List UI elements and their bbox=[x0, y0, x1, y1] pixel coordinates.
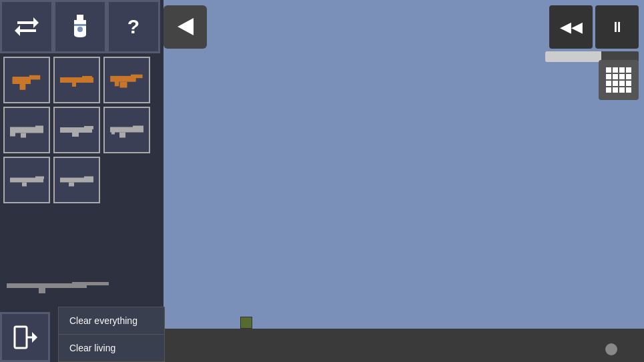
grid-icon bbox=[606, 67, 631, 93]
svg-rect-30 bbox=[22, 182, 27, 186]
main-canvas: ◀◀ ⏸ bbox=[164, 0, 644, 362]
weapon-cell-sniper1[interactable] bbox=[3, 157, 50, 203]
svg-rect-7 bbox=[12, 77, 31, 84]
weapon-cell-smg1[interactable] bbox=[103, 57, 150, 103]
rewind-button[interactable]: ◀◀ bbox=[549, 5, 593, 49]
bottom-weapon-icon bbox=[5, 279, 112, 295]
grid-cell bbox=[619, 81, 625, 86]
svg-rect-27 bbox=[111, 127, 115, 134]
grid-cell bbox=[606, 67, 611, 73]
mg1-icon bbox=[9, 119, 45, 142]
question-button[interactable]: ? bbox=[107, 0, 160, 53]
weapon-grid bbox=[0, 53, 164, 207]
grid-cell bbox=[626, 74, 631, 79]
svg-rect-11 bbox=[82, 76, 92, 79]
grid-toggle-button[interactable] bbox=[599, 60, 639, 100]
sidebar: ? bbox=[0, 0, 164, 362]
grid-cell bbox=[613, 87, 618, 93]
weapon-cell-shotgun1[interactable] bbox=[53, 107, 100, 153]
bottle-icon bbox=[70, 15, 90, 39]
rewind-icon: ◀◀ bbox=[560, 19, 583, 36]
bottle-button[interactable] bbox=[53, 0, 107, 53]
svg-rect-26 bbox=[119, 132, 125, 137]
svg-rect-4 bbox=[77, 15, 83, 20]
shotgun1-icon bbox=[59, 119, 95, 142]
clear-living-button[interactable]: Clear living bbox=[59, 335, 164, 361]
svg-rect-35 bbox=[72, 282, 109, 285]
weapon-cell-ar1[interactable] bbox=[103, 107, 150, 153]
svg-rect-36 bbox=[39, 288, 45, 293]
svg-rect-23 bbox=[72, 133, 79, 137]
top-right-controls: ◀◀ ⏸ bbox=[545, 5, 639, 62]
svg-rect-14 bbox=[131, 74, 143, 78]
clear-everything-button[interactable]: Clear everything bbox=[59, 307, 164, 335]
smg1-icon bbox=[109, 69, 145, 92]
npc-character bbox=[605, 343, 617, 355]
swap-icon bbox=[15, 15, 39, 39]
grid-cell bbox=[613, 81, 618, 86]
svg-marker-3 bbox=[15, 25, 20, 36]
lmg1-icon bbox=[59, 169, 95, 192]
playback-controls: ◀◀ ⏸ bbox=[549, 5, 639, 49]
sniper1-icon bbox=[9, 169, 45, 192]
grid-cell bbox=[626, 81, 631, 86]
pause-icon: ⏸ bbox=[610, 19, 625, 36]
weapon-cell-lmg1[interactable] bbox=[53, 157, 100, 203]
ar1-icon bbox=[109, 119, 145, 142]
question-icon: ? bbox=[127, 15, 139, 38]
svg-marker-1 bbox=[33, 17, 39, 28]
weapon-cell-mg1[interactable] bbox=[3, 107, 50, 153]
grid-cell bbox=[619, 74, 625, 79]
back-button[interactable] bbox=[164, 5, 207, 49]
grid-cell bbox=[606, 74, 611, 79]
weapon-cell-rifle1[interactable] bbox=[53, 57, 100, 103]
grid-cell bbox=[606, 81, 611, 86]
exit-button[interactable] bbox=[0, 312, 50, 362]
svg-rect-32 bbox=[84, 176, 93, 179]
back-icon bbox=[174, 15, 197, 39]
svg-rect-15 bbox=[119, 81, 127, 87]
svg-rect-22 bbox=[84, 126, 93, 129]
grid-cell bbox=[626, 67, 631, 73]
grid-cell bbox=[619, 87, 625, 93]
speed-fill bbox=[545, 51, 601, 62]
svg-marker-39 bbox=[32, 332, 37, 343]
svg-rect-29 bbox=[35, 176, 44, 179]
svg-rect-18 bbox=[35, 125, 43, 129]
svg-marker-40 bbox=[178, 18, 194, 35]
svg-point-6 bbox=[77, 27, 83, 32]
pause-button[interactable]: ⏸ bbox=[595, 5, 639, 49]
svg-rect-25 bbox=[133, 125, 143, 129]
svg-rect-12 bbox=[72, 83, 76, 87]
swap-button[interactable] bbox=[0, 0, 53, 53]
svg-rect-8 bbox=[29, 75, 40, 79]
svg-rect-0 bbox=[17, 21, 36, 24]
grid-cell bbox=[626, 87, 631, 93]
player-character bbox=[240, 317, 252, 329]
grid-cell bbox=[619, 67, 625, 73]
svg-rect-19 bbox=[21, 133, 26, 137]
rifle1-icon bbox=[59, 69, 95, 92]
grid-cell bbox=[613, 74, 618, 79]
grid-cell bbox=[613, 67, 618, 73]
svg-rect-33 bbox=[69, 182, 74, 186]
pistol1-icon bbox=[9, 69, 45, 92]
svg-rect-9 bbox=[19, 84, 25, 90]
ground bbox=[164, 329, 644, 362]
svg-rect-20 bbox=[10, 128, 15, 136]
svg-rect-5 bbox=[74, 24, 86, 26]
context-menu: Clear everything Clear living bbox=[58, 307, 165, 362]
weapon-cell-pistol1[interactable] bbox=[3, 57, 50, 103]
svg-rect-2 bbox=[17, 29, 36, 32]
svg-rect-16 bbox=[114, 79, 119, 86]
grid-cell bbox=[606, 87, 611, 93]
svg-rect-37 bbox=[15, 327, 27, 348]
exit-icon bbox=[12, 324, 39, 351]
toolbar: ? bbox=[0, 0, 164, 53]
